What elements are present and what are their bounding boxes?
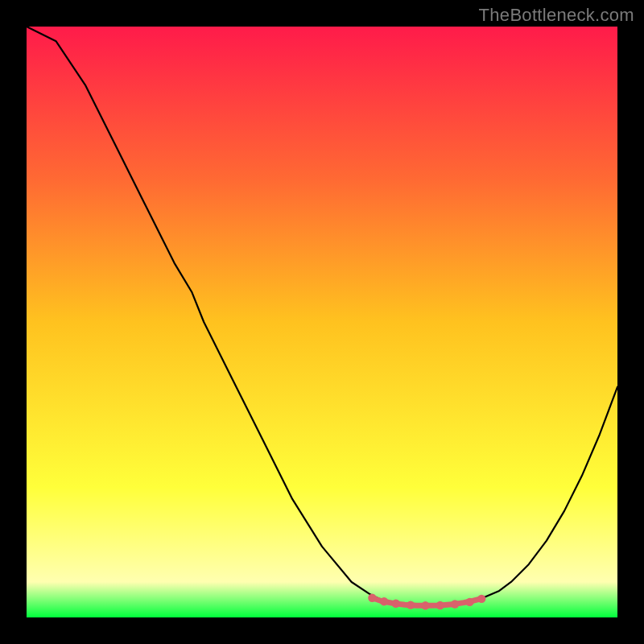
- sweet-spot-dot: [421, 601, 429, 609]
- bottleneck-curve-line: [27, 27, 617, 605]
- sweet-spot-dot: [392, 600, 400, 608]
- sweet-spot-dots: [368, 594, 485, 610]
- chart-svg: [27, 27, 617, 617]
- watermark-text: TheBottleneck.com: [479, 5, 634, 26]
- sweet-spot-dot: [407, 601, 415, 609]
- sweet-spot-dot: [465, 598, 473, 606]
- sweet-spot-dot: [380, 597, 388, 605]
- chart-plot-area: [27, 27, 617, 617]
- sweet-spot-dot: [477, 595, 485, 603]
- sweet-spot-dot: [451, 600, 459, 608]
- sweet-spot-dot: [436, 601, 444, 609]
- sweet-spot-dot: [368, 594, 376, 602]
